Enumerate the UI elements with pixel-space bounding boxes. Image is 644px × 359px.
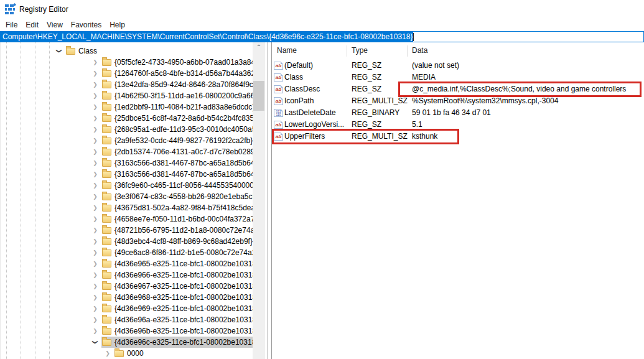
folder-icon: [102, 272, 111, 279]
tree-node-class[interactable]: ❯Class: [1, 45, 253, 57]
tree-scrollbar[interactable]: ⌃: [253, 42, 265, 359]
folder-icon: [102, 93, 111, 100]
tree-node-0000[interactable]: ❯0000: [1, 348, 253, 359]
tree-node-48d3ebc4[interactable]: ❯{48d3ebc4-4cf8-48ff-b869-9c68ad42eb9f}: [1, 236, 253, 247]
table-row-class[interactable]: abClassREG_SZMEDIA: [272, 72, 644, 83]
expand-chevron-icon[interactable]: ❯: [91, 314, 99, 325]
table-row-lowerlogoversi[interactable]: abLowerLogoVersi...REG_SZ5.1: [272, 119, 644, 131]
expand-chevron-icon[interactable]: ❯: [91, 191, 99, 202]
tree-node-label: {4d36e967-e325-11ce-bfc1-08002be10318}: [114, 281, 259, 292]
tree-node-268c95a1[interactable]: ❯{268c95a1-edfe-11d3-95c3-0010dc4050a5}: [1, 124, 253, 135]
tree-node-25dbce51[interactable]: ❯{25dbce51-6c8f-4a72-8a6d-b54c2b4fc835}: [1, 113, 253, 124]
folder-icon: [102, 160, 111, 167]
expand-chevron-icon[interactable]: ❯: [91, 90, 99, 101]
tree-node-43675d81[interactable]: ❯{43675d81-502a-4a82-9f84-b75f418c5dea}: [1, 202, 253, 213]
expand-chevron-icon[interactable]: ❯: [91, 101, 99, 113]
tree-node-4d36e96b[interactable]: ❯{4d36e96b-e325-11ce-bfc1-08002be10318}: [1, 325, 253, 337]
string-value-icon: ab: [274, 62, 283, 70]
expand-chevron-icon[interactable]: ❯: [91, 213, 99, 225]
registry-tree-pane[interactable]: ❯Class❯{05f5cfe2-4733-4950-a6bb-07aad01a…: [0, 42, 267, 359]
expand-chevron-icon[interactable]: ❯: [91, 135, 99, 146]
expand-chevron-icon[interactable]: ❯: [91, 57, 99, 68]
column-header-type[interactable]: Type: [352, 45, 368, 57]
tree-node-3163c566[interactable]: ❯{3163c566-d381-4467-87bc-a65a18d5b649}: [1, 169, 253, 180]
tree-node-4d36e965[interactable]: ❯{4d36e965-e325-11ce-bfc1-08002be10318}: [1, 258, 253, 269]
folder-icon: [102, 328, 111, 335]
tree-node-2a9fe532[interactable]: ❯{2a9fe532-0cdc-44f9-9827-76192f2ca2fb}: [1, 135, 253, 146]
tree-node-4d36e96a[interactable]: ❯{4d36e96a-e325-11ce-bfc1-08002be10318}: [1, 314, 253, 325]
menu-item-view[interactable]: View: [47, 19, 63, 29]
menu-item-edit[interactable]: Edit: [26, 19, 39, 29]
tree-node-4d36e96c[interactable]: ❯{4d36e96c-e325-11ce-bfc1-08002be10318}: [1, 337, 253, 348]
expand-chevron-icon[interactable]: ❯: [91, 269, 99, 281]
tree-node-4d36e968[interactable]: ❯{4d36e968-e325-11ce-bfc1-08002be10318}: [1, 292, 253, 303]
expand-chevron-icon[interactable]: ❯: [91, 225, 99, 236]
table-row-iconpath[interactable]: abIconPathREG_MULTI_SZ%SystemRoot%\syste…: [272, 95, 644, 107]
expand-chevron-icon[interactable]: ❯: [91, 258, 99, 269]
column-separator[interactable]: [407, 45, 408, 57]
folder-icon: [102, 171, 111, 178]
collapse-chevron-icon[interactable]: ❯: [90, 338, 101, 346]
menu-item-file[interactable]: File: [6, 19, 17, 29]
address-bar[interactable]: Computer\HKEY_LOCAL_MACHINE\SYSTEM\Curre…: [0, 31, 644, 42]
tree-node-label: {48721b56-6795-11d2-b1a8-0080c72e74a2}: [114, 225, 261, 236]
table-row-classdesc[interactable]: abClassDescREG_SZ@c_media.inf,%ClassDesc…: [272, 83, 644, 95]
expand-chevron-icon[interactable]: ❯: [91, 146, 99, 157]
tree-node-4d36e966[interactable]: ❯{4d36e966-e325-11ce-bfc1-08002be10318}: [1, 269, 253, 281]
scrollbar-thumb[interactable]: [253, 81, 264, 111]
tree-node-4d36e969[interactable]: ❯{4d36e969-e325-11ce-bfc1-08002be10318}: [1, 303, 253, 314]
value-name: Class: [284, 72, 303, 83]
tree-node-49ce6ac8[interactable]: ❯{49ce6ac8-6f86-11d2-b1e5-0080c72e74a2}: [1, 247, 253, 258]
value-type: REG_SZ: [352, 83, 381, 95]
tree-node-3163c566[interactable]: ❯{3163c566-d381-4467-87bc-a65a18d5b648}: [1, 157, 253, 169]
tree-node-14b62f50[interactable]: ❯{14b62f50-3f15-11dd-ae16-0800200c9a66}: [1, 90, 253, 101]
expand-chevron-icon[interactable]: ❯: [91, 157, 99, 169]
tree-node-48721b56[interactable]: ❯{48721b56-6795-11d2-b1a8-0080c72e74a2}: [1, 225, 253, 236]
expand-chevron-icon[interactable]: ❯: [91, 202, 99, 213]
expand-chevron-icon[interactable]: ❯: [91, 325, 99, 337]
menu-item-help[interactable]: Help: [110, 19, 125, 29]
column-header-data[interactable]: Data: [412, 45, 427, 57]
expand-chevron-icon[interactable]: ❯: [91, 236, 99, 247]
tree-node-label: {14b62f50-3f15-11dd-ae16-0800200c9a66}: [114, 90, 257, 101]
menu-item-favorites[interactable]: Favorites: [71, 19, 101, 29]
value-type: REG_BINARY: [352, 107, 399, 119]
folder-icon: [102, 238, 111, 245]
tree-node-label: {4d36e966-e325-11ce-bfc1-08002be10318}: [114, 269, 259, 281]
table-row-upperfilters[interactable]: abUpperFiltersREG_MULTI_SZksthunk: [272, 131, 644, 142]
expand-chevron-icon[interactable]: ❯: [91, 303, 99, 314]
column-header-name[interactable]: Name: [277, 45, 297, 57]
value-data: ksthunk: [412, 131, 437, 142]
expand-chevron-icon[interactable]: ❯: [91, 79, 99, 90]
tree-node-05f5cfe2[interactable]: ❯{05f5cfe2-4733-4950-a6bb-07aad01a3a84}: [1, 57, 253, 68]
tree-node-label: {4d36e96b-e325-11ce-bfc1-08002be10318}: [114, 325, 259, 337]
main-area: ❯Class❯{05f5cfe2-4733-4950-a6bb-07aad01a…: [0, 42, 644, 359]
tree-node-2db15374[interactable]: ❯{2db15374-706e-4131-a0c7-d7c78eb0289a}: [1, 146, 253, 157]
collapse-chevron-icon[interactable]: ❯: [54, 47, 65, 55]
table-row-default[interactable]: ab(Default)REG_SZ(value not set): [272, 60, 644, 72]
tree-node-4658ee7e[interactable]: ❯{4658ee7e-f050-11d1-b6bd-00c04fa372a7}: [1, 213, 253, 225]
expand-chevron-icon[interactable]: ❯: [91, 247, 99, 258]
tree-node-3e3f0674[interactable]: ❯{3e3f0674-c83c-4558-bb26-9820e1eba5c5}: [1, 191, 253, 202]
table-row-lastdeletedate[interactable]: 011110LastDeleteDateREG_BINARY59 01 1b f…: [272, 107, 644, 119]
expand-chevron-icon[interactable]: ❯: [91, 113, 99, 124]
expand-chevron-icon[interactable]: ❯: [91, 124, 99, 135]
expand-chevron-icon[interactable]: ❯: [91, 68, 99, 79]
tree-node-36fc9e60[interactable]: ❯{36fc9e60-c465-11cf-8056-444553540000}: [1, 180, 253, 191]
tree-node-4d36e967[interactable]: ❯{4d36e967-e325-11ce-bfc1-08002be10318}: [1, 281, 253, 292]
expand-chevron-icon[interactable]: ❯: [91, 169, 99, 180]
folder-icon: [102, 149, 111, 156]
folder-icon: [102, 104, 111, 111]
tree-node-label: {1ed2bbf9-11f0-4084-b21f-ad83a8e6dcdc}: [114, 101, 254, 113]
expand-chevron-icon[interactable]: ❯: [91, 292, 99, 303]
expand-chevron-icon[interactable]: ❯: [91, 180, 99, 191]
expand-chevron-icon[interactable]: ❯: [104, 348, 111, 359]
expand-chevron-icon[interactable]: ❯: [91, 281, 99, 292]
pane-splitter[interactable]: [267, 42, 272, 359]
scroll-up-icon[interactable]: ⌃: [253, 42, 265, 53]
tree-node-1264760f[interactable]: ❯{1264760f-a5c8-4bfe-b314-d56a7b44a362}: [1, 68, 253, 79]
column-separator[interactable]: [347, 45, 347, 57]
tree-node-1ed2bbf9[interactable]: ❯{1ed2bbf9-11f0-4084-b21f-ad83a8e6dcdc}: [1, 101, 253, 113]
folder-icon: [114, 350, 124, 357]
tree-node-13e42dfa[interactable]: ❯{13e42dfa-85d9-424d-8646-28a70f864f9c}: [1, 79, 253, 90]
